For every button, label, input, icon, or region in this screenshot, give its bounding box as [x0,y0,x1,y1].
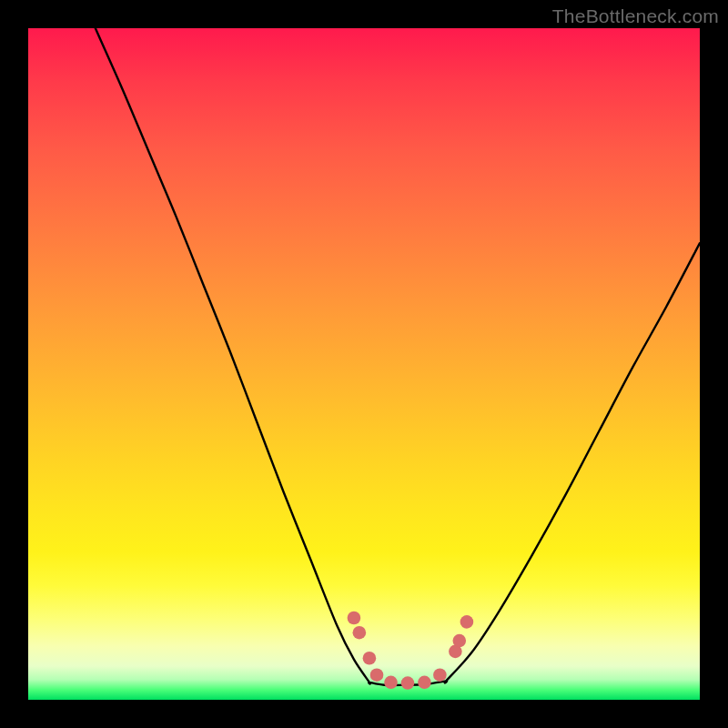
data-point-marker [401,676,415,690]
data-point-marker [452,634,466,648]
data-point-marker [433,668,447,682]
data-point-marker [353,626,367,640]
plot-area [28,28,700,700]
chart-frame: TheBottleneck.com [0,0,728,728]
watermark-text: TheBottleneck.com [552,5,719,27]
data-point-marker [370,668,384,682]
bottleneck-curve [28,28,700,700]
data-point-marker [384,676,398,690]
data-point-marker [418,676,431,690]
data-point-marker [460,615,474,629]
data-point-marker [348,612,361,625]
curve-path [96,28,700,685]
data-point-marker [363,652,377,665]
